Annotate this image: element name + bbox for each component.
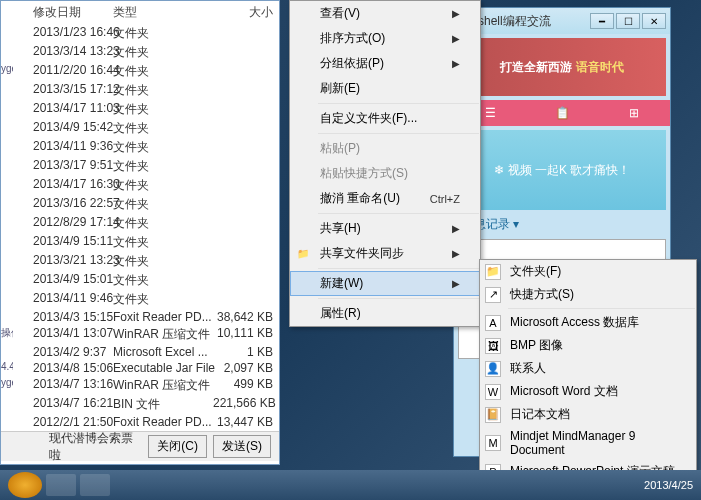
submenu-item[interactable]: 📔日记本文档 [480,403,696,426]
chat-tab-3[interactable]: ⊞ [598,100,670,126]
submenu-item[interactable]: 📁文件夹(F) [480,260,696,283]
submenu-item[interactable]: AMicrosoft Access 数据库 [480,311,696,334]
chat-titlebar[interactable]: shell编程交流 ━ ☐ ✕ [454,8,670,34]
menu-item[interactable]: 粘贴(P) [290,136,480,161]
file-row[interactable]: 2012/2/1 21:50Foxit Reader PD...13,447 K… [1,414,279,430]
chat-content-banner[interactable]: ❄ 视频 一起K 歌才痛快！ [458,130,666,210]
submenu-item[interactable]: MMindjet MindManager 9 Document [480,426,696,460]
file-row[interactable]: 2013/4/9 15:01文件夹 [1,271,279,290]
menu-item[interactable]: 查看(V)▶ [290,1,480,26]
send-button[interactable]: 发送(S) [213,435,271,458]
menu-item[interactable]: 自定义文件夹(F)... [290,106,480,131]
taskbar-item[interactable] [80,474,110,496]
filetype-icon: W [485,384,501,400]
chat-ad-banner[interactable]: 打造全新西游 语音时代 [458,38,666,96]
menu-separator [318,298,479,299]
menu-separator [318,133,479,134]
submenu-item[interactable]: ↗快捷方式(S) [480,283,696,306]
menu-separator [318,268,479,269]
filetype-icon: 📔 [485,407,501,423]
minimize-button[interactable]: ━ [590,13,614,29]
file-row[interactable]: yge...2011/2/20 16:44文件夹 [1,62,279,81]
submenu-arrow-icon: ▶ [452,8,460,19]
file-row[interactable]: yge...2013/4/7 13:16WinRAR 压缩文件499 KB [1,376,279,395]
file-row[interactable]: 2013/3/21 13:23文件夹 [1,252,279,271]
footer-message: 现代潜博会索票啦 [49,430,142,464]
filetype-icon: 👤 [485,361,501,377]
menu-item[interactable]: 📁共享文件夹同步▶ [290,241,480,266]
close-button[interactable]: ✕ [642,13,666,29]
submenu-item[interactable]: WMicrosoft Word 文档 [480,380,696,403]
submenu-arrow-icon: ▶ [452,58,460,69]
file-row[interactable]: 2013/3/16 22:57文件夹 [1,195,279,214]
menu-item[interactable]: 属性(R) [290,301,480,326]
file-row[interactable]: 2013/4/3 15:15Foxit Reader PD...38,642 K… [1,309,279,325]
chat-tabs: ☰ 📋 ⊞ [454,100,670,126]
submenu-item[interactable]: 🖼BMP 图像 [480,334,696,357]
file-row[interactable]: 2013/4/7 16:21BIN 文件221,566 KB [1,395,279,414]
taskbar-clock[interactable]: 2013/4/25 [644,479,693,491]
file-row[interactable]: 2013/4/11 9:46文件夹 [1,290,279,309]
message-log-toggle[interactable]: 消息记录 ▾ [454,214,670,235]
menu-item[interactable]: 新建(W)▶ [290,271,480,296]
menu-separator [508,308,695,309]
menu-separator [318,213,479,214]
filetype-icon: M [485,435,501,451]
file-row[interactable]: 2013/4/9 15:11文件夹 [1,233,279,252]
submenu-arrow-icon: ▶ [452,278,460,289]
menu-item[interactable]: 刷新(E) [290,76,480,101]
menu-separator [318,103,479,104]
context-menu: 查看(V)▶排序方式(O)▶分组依据(P)▶刷新(E)自定义文件夹(F)...粘… [289,0,481,327]
file-row[interactable]: 2013/4/11 9:36文件夹 [1,138,279,157]
start-button[interactable] [8,472,42,498]
file-row[interactable]: 2013/3/15 17:12文件夹 [1,81,279,100]
filetype-icon: A [485,315,501,331]
explorer-footer: 现代潜博会索票啦 关闭(C) 发送(S) [1,431,279,461]
file-row[interactable]: 2013/4/2 9:37Microsoft Excel ...1 KB [1,344,279,360]
menu-item[interactable]: 粘贴快捷方式(S) [290,161,480,186]
filetype-icon: 📁 [485,264,501,280]
header-date[interactable]: 修改日期 [13,4,113,21]
file-row[interactable]: 2013/4/17 11:03文件夹 [1,100,279,119]
filetype-icon: 🖼 [485,338,501,354]
menu-item[interactable]: 分组依据(P)▶ [290,51,480,76]
submenu-arrow-icon: ▶ [452,223,460,234]
file-row[interactable]: 2013/4/9 15:42文件夹 [1,119,279,138]
file-row[interactable]: 2013/4/17 16:30文件夹 [1,176,279,195]
menu-item-icon: 📁 [296,247,310,261]
new-submenu: 📁文件夹(F)↗快捷方式(S)AMicrosoft Access 数据库🖼BMP… [479,259,697,500]
submenu-arrow-icon: ▶ [452,33,460,44]
menu-item[interactable]: 共享(H)▶ [290,216,480,241]
file-list-pane[interactable]: 修改日期 类型 大小 2013/1/23 16:46文件夹2013/3/14 1… [1,1,279,431]
file-list-header[interactable]: 修改日期 类型 大小 [1,1,279,24]
menu-item[interactable]: 排序方式(O)▶ [290,26,480,51]
header-size[interactable]: 大小 [213,4,273,21]
file-row[interactable]: 4.4.0...2013/4/8 15:06Executable Jar Fil… [1,360,279,376]
submenu-item[interactable]: 👤联系人 [480,357,696,380]
filetype-icon: ↗ [485,287,501,303]
file-row[interactable]: 操作...2013/4/1 13:07WinRAR 压缩文件10,111 KB [1,325,279,344]
file-row[interactable]: 2013/3/17 9:51文件夹 [1,157,279,176]
menu-item[interactable]: 撤消 重命名(U)Ctrl+Z [290,186,480,211]
chat-tab-2[interactable]: 📋 [526,100,598,126]
taskbar[interactable]: 2013/4/25 [0,470,701,500]
chat-title-text: shell编程交流 [478,13,586,30]
maximize-button[interactable]: ☐ [616,13,640,29]
submenu-arrow-icon: ▶ [452,248,460,259]
header-type[interactable]: 类型 [113,4,213,21]
taskbar-item[interactable] [46,474,76,496]
close-button[interactable]: 关闭(C) [148,435,207,458]
explorer-window: 修改日期 类型 大小 2013/1/23 16:46文件夹2013/3/14 1… [0,0,280,465]
file-row[interactable]: 2012/8/29 17:14文件夹 [1,214,279,233]
file-row[interactable]: 2013/3/14 13:23文件夹 [1,43,279,62]
file-row[interactable]: 2013/1/23 16:46文件夹 [1,24,279,43]
